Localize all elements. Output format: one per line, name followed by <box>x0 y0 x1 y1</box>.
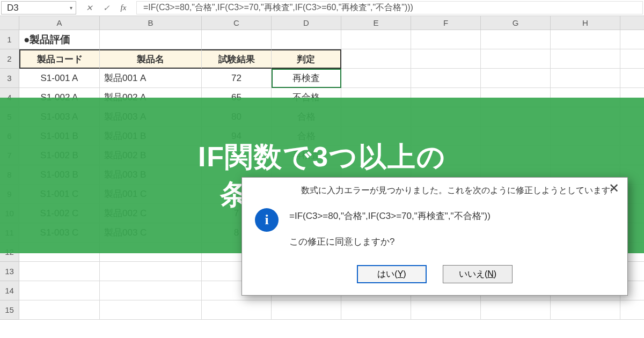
no-label-suffix: ) <box>494 269 496 279</box>
name-box-dropdown-icon[interactable]: ▾ <box>70 5 72 11</box>
cell[interactable] <box>551 300 620 320</box>
cell[interactable] <box>100 262 202 281</box>
th-name[interactable]: 製品名 <box>100 49 202 69</box>
no-key: N <box>487 269 494 279</box>
cell[interactable] <box>341 49 411 69</box>
cell[interactable] <box>620 49 644 69</box>
col-header-H[interactable]: H <box>551 16 620 30</box>
error-correction-dialog: ✕ 数式に入力エラーが見つかりました。これを次のように修正しようとしています: … <box>241 177 628 296</box>
th-code[interactable]: 製品コード <box>19 49 100 69</box>
cell[interactable] <box>341 69 411 88</box>
formula-bar-buttons: ✕ ✓ fx <box>77 0 135 16</box>
cancel-icon[interactable]: ✕ <box>83 2 96 14</box>
th-score[interactable]: 試験結果 <box>202 49 272 69</box>
col-header-C[interactable]: C <box>202 16 272 30</box>
no-button[interactable]: いいえ(N) <box>443 265 513 283</box>
close-icon[interactable]: ✕ <box>606 181 622 196</box>
fx-icon[interactable]: fx <box>117 2 130 14</box>
col-header-E[interactable]: E <box>341 16 411 30</box>
column-headers: A B C D E F G H I <box>0 16 644 30</box>
cell-score[interactable]: 72 <box>202 69 272 88</box>
no-label-prefix: いいえ( <box>459 269 487 280</box>
select-all-corner[interactable] <box>0 16 19 30</box>
row-header[interactable]: 3 <box>0 69 19 88</box>
col-header-G[interactable]: G <box>481 16 551 30</box>
cell[interactable] <box>551 49 620 69</box>
row-1: 1 ●製品評価 <box>0 30 644 49</box>
info-icon: i <box>255 208 279 232</box>
yes-label-suffix: ) <box>403 269 406 279</box>
name-box-value: D3 <box>7 3 19 13</box>
dialog-suggested-formula: =IF(C3>=80,"合格",IF(C3>=70,"再検査","不合格")) <box>289 207 491 225</box>
col-header-A[interactable]: A <box>19 16 100 30</box>
cell[interactable] <box>411 30 481 49</box>
dialog-text: =IF(C3>=80,"合格",IF(C3>=70,"再検査","不合格")) … <box>289 207 491 251</box>
col-header-D[interactable]: D <box>272 16 341 30</box>
cell-result[interactable]: 再検査 <box>272 69 341 88</box>
cell[interactable] <box>202 30 272 49</box>
confirm-icon[interactable]: ✓ <box>100 2 113 14</box>
cell[interactable] <box>411 300 481 320</box>
cell[interactable] <box>19 300 100 320</box>
formula-bar: D3 ▾ ✕ ✓ fx =IF(C3>=80,"合格",IF(C3>=70,"再… <box>0 0 644 16</box>
dialog-confirm-text: この修正に同意しますか? <box>289 233 491 251</box>
cell[interactable] <box>481 30 551 49</box>
cell[interactable] <box>272 30 341 49</box>
cell[interactable] <box>202 300 272 320</box>
cell[interactable] <box>481 300 551 320</box>
cell[interactable] <box>341 30 411 49</box>
row-header[interactable]: 14 <box>0 281 19 300</box>
formula-input[interactable]: =IF(C3>=80,"合格",IF(C3>=70,"再検査",IF(C3>=6… <box>136 1 643 14</box>
cell[interactable] <box>481 49 551 69</box>
col-header-F[interactable]: F <box>411 16 481 30</box>
cell-code[interactable]: S1-001 A <box>19 69 100 88</box>
cell[interactable] <box>620 300 644 320</box>
overlay-line1: IF関数で3つ以上の <box>198 138 446 175</box>
yes-label-prefix: はい( <box>377 269 397 280</box>
cell[interactable] <box>620 69 644 88</box>
title-cell[interactable]: ●製品評価 <box>19 30 100 49</box>
cell[interactable] <box>620 30 644 49</box>
table-row: 3 S1-001 A 製品001 A 72 再検査 <box>0 69 644 88</box>
dialog-buttons: はい(Y) いいえ(N) <box>242 260 627 295</box>
cell[interactable] <box>19 281 100 300</box>
th-result[interactable]: 判定 <box>272 49 341 69</box>
cell[interactable] <box>411 49 481 69</box>
row-empty: 15 <box>0 300 644 320</box>
yes-button[interactable]: はい(Y) <box>357 265 427 283</box>
cell[interactable] <box>100 281 202 300</box>
row-2: 2 製品コード 製品名 試験結果 判定 <box>0 49 644 69</box>
name-box[interactable]: D3 ▾ <box>1 1 76 14</box>
cell[interactable] <box>272 300 341 320</box>
col-header-B[interactable]: B <box>100 16 202 30</box>
dialog-body: i =IF(C3>=80,"合格",IF(C3>=70,"再検査","不合格")… <box>242 196 627 260</box>
row-header[interactable]: 13 <box>0 262 19 281</box>
row-header-1[interactable]: 1 <box>0 30 19 49</box>
cell[interactable] <box>341 300 411 320</box>
cell[interactable] <box>100 30 202 49</box>
dialog-header: 数式に入力エラーが見つかりました。これを次のように修正しようとしています: <box>242 178 627 196</box>
col-header-I[interactable]: I <box>620 16 644 30</box>
cell[interactable] <box>100 300 202 320</box>
yes-key: Y <box>398 269 404 279</box>
cell[interactable] <box>551 69 620 88</box>
cell[interactable] <box>551 30 620 49</box>
cell[interactable] <box>411 69 481 88</box>
cell[interactable] <box>19 262 100 281</box>
cell-name[interactable]: 製品001 A <box>100 69 202 88</box>
cell[interactable] <box>481 69 551 88</box>
row-header[interactable]: 15 <box>0 300 19 320</box>
row-header-2[interactable]: 2 <box>0 49 19 69</box>
